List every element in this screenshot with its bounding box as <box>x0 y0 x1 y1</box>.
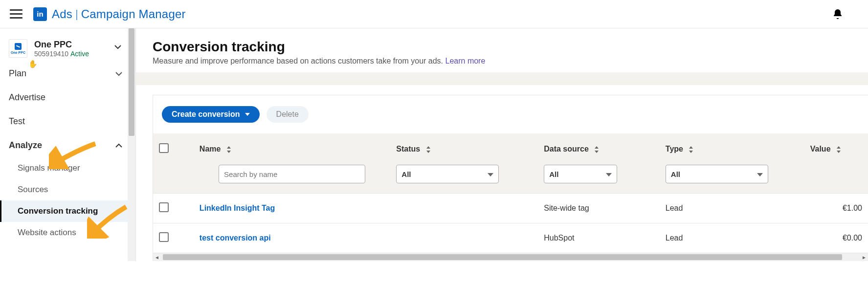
sidebar-label-test: Test <box>9 116 25 127</box>
caret-down-icon <box>245 113 250 116</box>
sidebar-item-signals[interactable]: Signals manager <box>0 157 135 179</box>
table-row: LinkedIn Insight Tag Site-wide tag Lead … <box>153 194 868 223</box>
table-row: test conversion api HubSpot Lead €0.00 <box>153 223 868 253</box>
linkedin-logo[interactable]: in <box>33 7 47 21</box>
conversions-table: Name Status Data source <box>153 133 868 253</box>
sort-icon <box>594 146 600 153</box>
sidebar-item-sources[interactable]: Sources <box>0 179 135 200</box>
chevron-down-icon <box>115 70 123 78</box>
row-checkbox[interactable] <box>159 202 169 212</box>
brand-campaign-manager[interactable]: Campaign Manager <box>81 7 186 21</box>
chevron-down-icon <box>114 43 122 51</box>
col-header-status[interactable]: Status <box>390 133 538 161</box>
brand-ads[interactable]: Ads <box>52 7 72 21</box>
notifications-icon[interactable] <box>832 8 844 20</box>
main-content: Conversion tracking Measure and improve … <box>136 28 868 261</box>
sort-icon <box>836 146 842 153</box>
account-id: 505919410 Active <box>34 50 89 58</box>
filter-type-select[interactable]: All <box>666 165 768 183</box>
page-title: Conversion tracking <box>153 39 851 55</box>
sidebar-item-test[interactable]: Test <box>0 110 135 133</box>
sidebar-item-conversion-tracking[interactable]: Conversion tracking <box>0 200 135 222</box>
learn-more-link[interactable]: Learn more <box>445 57 486 65</box>
row-checkbox[interactable] <box>159 232 169 242</box>
cell-status <box>390 223 538 253</box>
col-header-value[interactable]: Value <box>804 133 868 161</box>
chevron-up-icon <box>115 142 123 150</box>
filter-name-input[interactable] <box>219 165 365 183</box>
col-header-name[interactable]: Name <box>194 133 390 161</box>
sidebar-label-analyze: Analyze <box>9 140 42 151</box>
sidebar-scrollbar[interactable] <box>128 28 135 261</box>
brand-separator: | <box>75 8 78 21</box>
select-all-checkbox[interactable] <box>159 143 169 153</box>
table-toolbar: Create conversion Delete <box>153 95 868 133</box>
sidebar-item-advertise[interactable]: Advertise <box>0 86 135 110</box>
cell-source: HubSpot <box>538 223 660 253</box>
create-conversion-button[interactable]: Create conversion <box>162 106 260 123</box>
account-switcher[interactable]: One PPC One PPC 505919410 Active ✋ <box>0 28 135 62</box>
menu-icon[interactable] <box>10 7 24 22</box>
page-header: Conversion tracking Measure and improve … <box>136 28 868 72</box>
sidebar-item-website-actions[interactable]: Website actions <box>0 222 135 243</box>
account-logo: One PPC <box>9 39 27 58</box>
col-header-source[interactable]: Data source <box>538 133 660 161</box>
sort-icon <box>425 146 431 153</box>
col-header-type[interactable]: Type <box>660 133 804 161</box>
topbar: in Ads | Campaign Manager <box>0 0 868 28</box>
account-status: Active <box>70 50 89 58</box>
horizontal-scrollbar[interactable]: ◄ ► <box>153 253 868 261</box>
filter-source-select[interactable]: All <box>544 165 617 183</box>
cell-type: Lead <box>660 194 804 223</box>
cell-source: Site-wide tag <box>538 194 660 223</box>
sidebar-item-analyze[interactable]: Analyze <box>0 133 135 157</box>
cell-status <box>390 194 538 223</box>
sidebar-label-plan: Plan <box>9 68 26 79</box>
conversion-name-link[interactable]: test conversion api <box>200 234 271 242</box>
page-description: Measure and improve performance based on… <box>153 57 851 66</box>
sort-icon <box>226 146 232 153</box>
sidebar: One PPC One PPC 505919410 Active ✋ Plan … <box>0 28 136 261</box>
account-name: One PPC <box>34 40 89 50</box>
cell-type: Lead <box>660 223 804 253</box>
sidebar-item-plan[interactable]: Plan <box>0 62 135 86</box>
sort-icon <box>688 146 694 153</box>
delete-button[interactable]: Delete <box>267 106 309 123</box>
conversion-name-link[interactable]: LinkedIn Insight Tag <box>200 204 275 212</box>
cell-value: €0.00 <box>804 223 868 253</box>
sidebar-label-advertise: Advertise <box>9 92 45 103</box>
filter-status-select[interactable]: All <box>396 165 499 183</box>
cell-value: €1.00 <box>804 194 868 223</box>
